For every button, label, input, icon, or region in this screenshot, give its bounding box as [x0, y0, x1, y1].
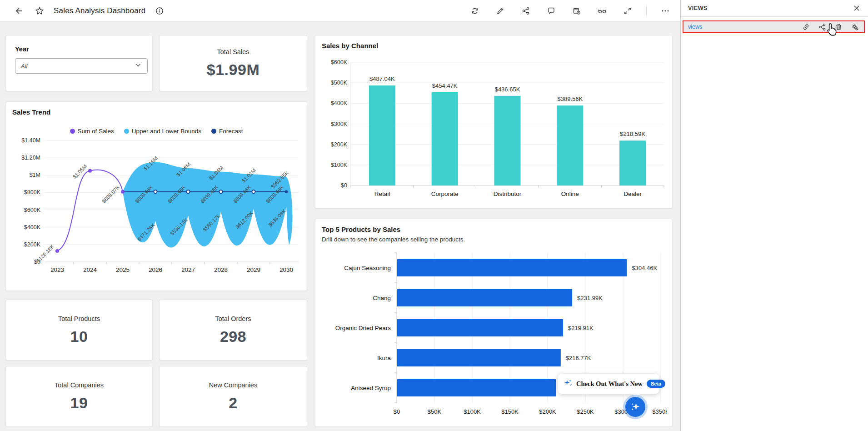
svg-text:$200K: $200K — [331, 141, 348, 148]
total-companies-card: Total Companies 19 — [5, 366, 153, 427]
svg-text:$600K: $600K — [24, 207, 41, 213]
total-products-card: Total Products 10 — [5, 300, 153, 361]
favorite-button[interactable] — [33, 4, 46, 18]
svg-text:Online: Online — [561, 190, 579, 197]
svg-text:2023: 2023 — [50, 266, 64, 273]
svg-text:$400K: $400K — [24, 224, 41, 231]
svg-text:$100K: $100K — [464, 408, 481, 415]
total-orders-card: Total Orders 298 — [159, 300, 307, 361]
kpi-value: $1.99M — [207, 61, 259, 79]
svg-text:$1.05M: $1.05M — [72, 164, 88, 180]
year-dropdown[interactable]: All — [15, 58, 148, 74]
toolbar-divider — [646, 6, 647, 16]
ellipsis-icon — [661, 7, 670, 15]
dashboard-canvas: Year All Total Sales $1.99M Sales Trend … — [0, 22, 680, 431]
view-actions — [801, 22, 859, 31]
sparkle-icon — [630, 401, 641, 413]
beta-badge: Beta — [647, 380, 665, 388]
back-arrow-icon — [14, 6, 23, 15]
dashboard-header: Sales Analysis Dashboard — [0, 0, 680, 22]
whats-new-label: Check Out What's New — [576, 380, 643, 388]
legend-item[interactable]: Sum of Sales — [70, 128, 114, 135]
schedule-button[interactable] — [570, 4, 584, 18]
chart-title: Top 5 Products by Sales — [322, 226, 666, 233]
schedule-calendar-icon — [573, 7, 581, 15]
year-dropdown-value: All — [21, 63, 27, 70]
svg-text:Corporate: Corporate — [431, 190, 459, 197]
chart-title: Sales by Channel — [322, 42, 666, 50]
svg-text:Distributor: Distributor — [494, 190, 522, 197]
svg-text:2030: 2030 — [279, 266, 293, 273]
svg-text:$200K: $200K — [24, 241, 41, 248]
close-panel-button[interactable] — [852, 3, 862, 13]
legend-item[interactable]: Upper and Lower Bounds — [124, 128, 201, 135]
copy-link-button[interactable] — [801, 22, 810, 31]
svg-text:$219.91K: $219.91K — [568, 325, 594, 331]
kpi-label: Total Products — [58, 315, 100, 322]
refresh-icon — [471, 7, 479, 15]
trash-icon — [835, 23, 843, 31]
star-icon — [35, 6, 44, 15]
sales-trend-chart[interactable]: $0$200K$400K$600K$800K$1M$1.20M$1.40M202… — [12, 138, 300, 276]
svg-text:2029: 2029 — [247, 266, 260, 273]
svg-text:$1M: $1M — [30, 172, 40, 178]
legend-dot — [211, 129, 216, 134]
svg-text:$350K: $350K — [652, 408, 667, 415]
year-filter-label: Year — [15, 45, 146, 53]
info-button[interactable] — [153, 4, 166, 18]
svg-text:$1.40M: $1.40M — [21, 138, 40, 144]
share-view-button[interactable] — [818, 22, 827, 31]
svg-text:$800K: $800K — [24, 189, 41, 195]
view-list-item[interactable]: views — [683, 20, 865, 33]
refresh-button[interactable] — [468, 4, 482, 18]
delete-view-button[interactable] — [834, 22, 843, 31]
legend-label: Upper and Lower Bounds — [132, 128, 201, 135]
fullscreen-button[interactable] — [621, 4, 634, 18]
top-products-chart[interactable]: $0$50K$100K$150K$200K$250K$300K$350KCaju… — [322, 249, 666, 421]
svg-text:Dealer: Dealer — [624, 190, 642, 197]
new-companies-card: New Companies 2 — [159, 366, 307, 427]
svg-text:2024: 2024 — [83, 266, 97, 273]
preview-button[interactable] — [595, 4, 609, 18]
top-products-card: Top 5 Products by Sales Drill down to se… — [315, 219, 673, 427]
svg-text:Ikura: Ikura — [377, 355, 391, 361]
svg-text:$231.99K: $231.99K — [577, 295, 603, 301]
svg-text:$400K: $400K — [331, 100, 348, 106]
comment-button[interactable] — [544, 4, 558, 18]
svg-text:$0: $0 — [341, 182, 347, 189]
views-panel-title: VIEWS — [688, 5, 708, 11]
svg-text:$600K: $600K — [331, 60, 348, 65]
svg-text:2026: 2026 — [149, 266, 162, 273]
legend-dot — [70, 129, 75, 134]
views-panel-header: VIEWS — [681, 0, 868, 17]
svg-text:$454.47K: $454.47K — [432, 82, 458, 89]
more-options-button[interactable] — [658, 4, 672, 18]
whats-new-popup[interactable]: Check Out What's New Beta — [558, 374, 659, 394]
app-window: Sales Analysis Dashboard — [0, 0, 868, 431]
link-icon — [802, 23, 810, 31]
ai-assistant-fab[interactable] — [625, 397, 645, 417]
view-link[interactable]: views — [688, 24, 801, 30]
svg-text:$500K: $500K — [331, 80, 348, 86]
kpi-value: 10 — [70, 328, 88, 346]
svg-text:Retail: Retail — [374, 190, 390, 197]
svg-text:$1.20M: $1.20M — [21, 155, 40, 161]
svg-text:$304.46K: $304.46K — [632, 265, 657, 271]
svg-text:2028: 2028 — [214, 266, 228, 273]
share-icon — [818, 23, 826, 31]
kpi-value: 298 — [220, 328, 246, 346]
svg-text:$150K: $150K — [501, 408, 519, 415]
kpi-label: New Companies — [209, 381, 257, 389]
views-panel: VIEWS views — [680, 0, 868, 431]
legend-item[interactable]: Forecast — [211, 128, 243, 135]
header-toolbar — [468, 4, 672, 18]
edit-button[interactable] — [494, 4, 507, 18]
view-settings-button[interactable] — [850, 22, 859, 31]
back-button[interactable] — [12, 4, 25, 18]
share-button[interactable] — [519, 4, 533, 18]
sales-by-channel-chart[interactable]: $0$100K$200K$300K$400K$500K$600K$487.04K… — [322, 60, 666, 203]
svg-text:$218.59K: $218.59K — [620, 130, 645, 137]
svg-text:Organic Dried Pears: Organic Dried Pears — [335, 325, 391, 331]
svg-text:2027: 2027 — [181, 266, 195, 273]
svg-text:Cajun Seasoning: Cajun Seasoning — [344, 265, 391, 271]
